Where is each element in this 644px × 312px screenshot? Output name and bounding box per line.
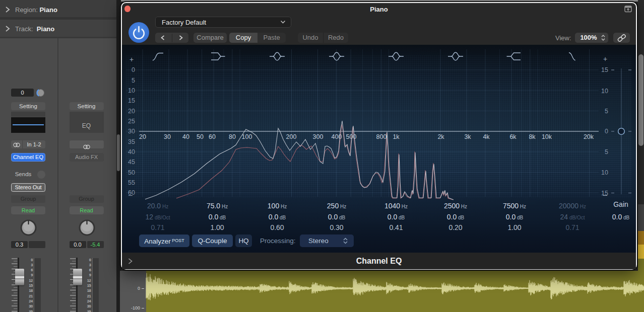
svg-text:40: 40	[182, 133, 189, 140]
svg-text:40: 40	[128, 148, 135, 155]
svg-text:55: 55	[128, 179, 135, 186]
svg-text:8k: 8k	[529, 133, 536, 140]
svg-text:+: +	[603, 55, 607, 63]
svg-text:50: 50	[128, 169, 135, 176]
svg-text:300: 300	[313, 133, 324, 140]
svg-text:5: 5	[605, 107, 608, 114]
svg-text:10: 10	[128, 87, 135, 94]
svg-text:0: 0	[605, 128, 608, 135]
svg-text:5: 5	[605, 148, 608, 155]
svg-text:2k: 2k	[437, 133, 444, 140]
svg-text:50: 50	[197, 133, 204, 140]
svg-text:20k: 20k	[584, 133, 594, 140]
svg-text:15: 15	[128, 97, 135, 104]
svg-text:80: 80	[229, 133, 236, 140]
svg-text:30: 30	[128, 128, 135, 135]
svg-text:35: 35	[128, 138, 135, 145]
svg-text:6k: 6k	[509, 133, 517, 140]
svg-text:20: 20	[139, 133, 146, 140]
svg-text:200: 200	[286, 133, 297, 140]
svg-text:4k: 4k	[483, 133, 490, 140]
svg-text:0: 0	[132, 66, 135, 73]
svg-text:45: 45	[128, 159, 135, 166]
svg-text:100: 100	[242, 133, 252, 140]
svg-text:30: 30	[164, 133, 171, 140]
svg-text:15: 15	[601, 66, 608, 73]
svg-text:1k: 1k	[393, 133, 400, 140]
svg-text:800: 800	[376, 133, 387, 140]
svg-text:+: +	[130, 55, 134, 63]
svg-text:400: 400	[332, 133, 342, 140]
svg-text:10: 10	[601, 87, 608, 94]
svg-text:500: 500	[346, 133, 357, 140]
svg-text:10: 10	[601, 169, 608, 176]
svg-text:–: –	[603, 191, 607, 199]
svg-text:–: –	[128, 191, 133, 199]
svg-text:5: 5	[132, 76, 135, 84]
svg-text:3k: 3k	[464, 133, 471, 140]
svg-text:60: 60	[209, 133, 216, 140]
svg-text:20: 20	[128, 107, 135, 114]
svg-text:10k: 10k	[542, 133, 552, 140]
svg-text:25: 25	[128, 118, 135, 125]
